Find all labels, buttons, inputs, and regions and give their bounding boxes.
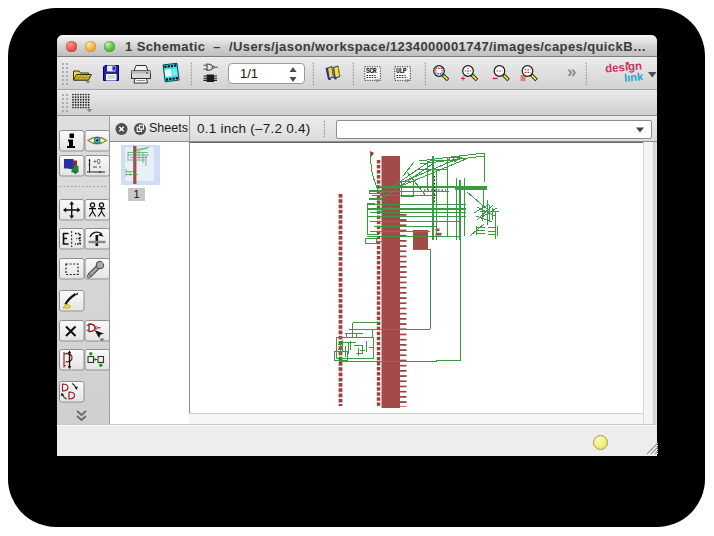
svg-text:ULP: ULP <box>396 68 407 75</box>
svg-text:SCR: SCR <box>366 68 377 75</box>
svg-text:+0: +0 <box>93 158 101 165</box>
